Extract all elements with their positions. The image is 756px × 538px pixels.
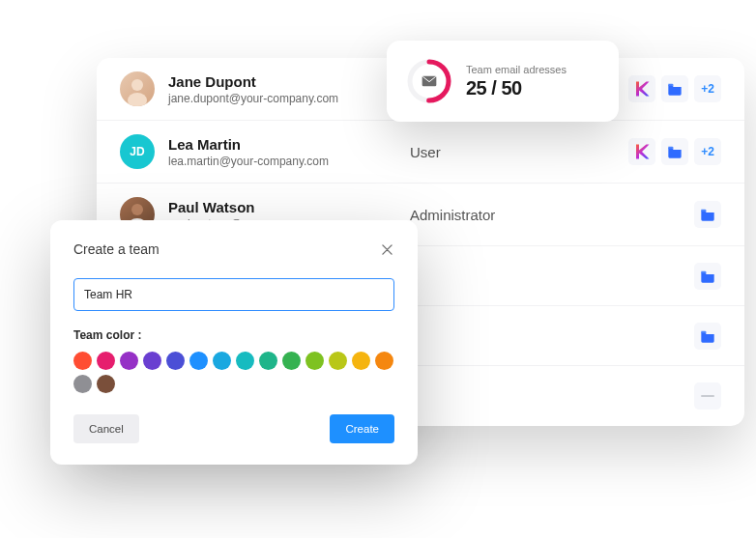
app-icon-none bbox=[694, 382, 721, 410]
user-name: Jane Dupont bbox=[168, 73, 410, 90]
user-apps: +2 bbox=[628, 138, 721, 165]
app-more-count[interactable]: +2 bbox=[694, 75, 721, 102]
app-icon-folder[interactable] bbox=[694, 201, 721, 228]
quota-ring-icon bbox=[406, 58, 452, 104]
app-icon-k[interactable] bbox=[628, 75, 655, 102]
color-swatch[interactable] bbox=[166, 352, 185, 370]
user-apps bbox=[694, 323, 721, 350]
create-button[interactable]: Create bbox=[330, 414, 394, 443]
color-swatch[interactable] bbox=[282, 352, 301, 370]
color-swatch[interactable] bbox=[189, 352, 208, 370]
team-name-input[interactable] bbox=[73, 278, 394, 311]
color-swatch[interactable] bbox=[329, 352, 347, 370]
user-apps bbox=[694, 263, 721, 290]
app-icon-folder[interactable] bbox=[661, 138, 688, 165]
color-picker bbox=[73, 352, 394, 393]
color-swatch[interactable] bbox=[352, 352, 370, 370]
app-more-count[interactable]: +2 bbox=[694, 138, 721, 165]
color-swatch[interactable] bbox=[143, 352, 161, 370]
app-icon-k[interactable] bbox=[628, 138, 655, 165]
app-icon-folder[interactable] bbox=[694, 323, 721, 350]
user-row[interactable]: JD Lea Martin lea.martin@your-company.co… bbox=[97, 121, 744, 184]
color-swatch[interactable] bbox=[73, 352, 92, 370]
color-label: Team color : bbox=[73, 328, 394, 342]
cancel-button[interactable]: Cancel bbox=[73, 414, 139, 443]
app-icon-folder[interactable] bbox=[694, 263, 721, 290]
user-name: Paul Watson bbox=[168, 199, 410, 215]
color-swatch[interactable] bbox=[97, 352, 115, 370]
app-icon-folder[interactable] bbox=[661, 75, 688, 102]
user-role: User bbox=[410, 144, 545, 160]
svg-point-0 bbox=[131, 79, 143, 91]
color-swatch[interactable] bbox=[375, 352, 393, 370]
close-icon[interactable] bbox=[379, 241, 394, 257]
create-team-modal: Create a team Team color : Cancel Create bbox=[50, 220, 418, 465]
email-quota-card: Team email adresses 25 / 50 bbox=[387, 41, 619, 122]
color-swatch[interactable] bbox=[73, 375, 92, 393]
user-email: lea.martin@your-company.com bbox=[168, 155, 410, 168]
color-swatch[interactable] bbox=[236, 352, 254, 370]
svg-point-1 bbox=[128, 93, 147, 106]
avatar bbox=[120, 71, 155, 106]
user-apps: +2 bbox=[628, 75, 721, 102]
quota-count: 25 / 50 bbox=[466, 77, 567, 99]
color-swatch[interactable] bbox=[305, 352, 324, 370]
color-swatch[interactable] bbox=[213, 352, 231, 370]
avatar: JD bbox=[120, 134, 155, 169]
user-email: jane.dupont@your-company.com bbox=[168, 92, 410, 105]
color-swatch[interactable] bbox=[259, 352, 277, 370]
quota-label: Team email adresses bbox=[466, 64, 567, 75]
user-role: Administrator bbox=[410, 207, 545, 223]
user-name: Lea Martin bbox=[168, 136, 410, 153]
svg-point-2 bbox=[131, 204, 143, 215]
user-apps bbox=[694, 382, 721, 410]
color-swatch[interactable] bbox=[97, 375, 115, 393]
color-swatch[interactable] bbox=[120, 352, 138, 370]
modal-title: Create a team bbox=[73, 241, 160, 257]
user-apps bbox=[694, 201, 721, 228]
envelope-icon bbox=[422, 75, 437, 87]
